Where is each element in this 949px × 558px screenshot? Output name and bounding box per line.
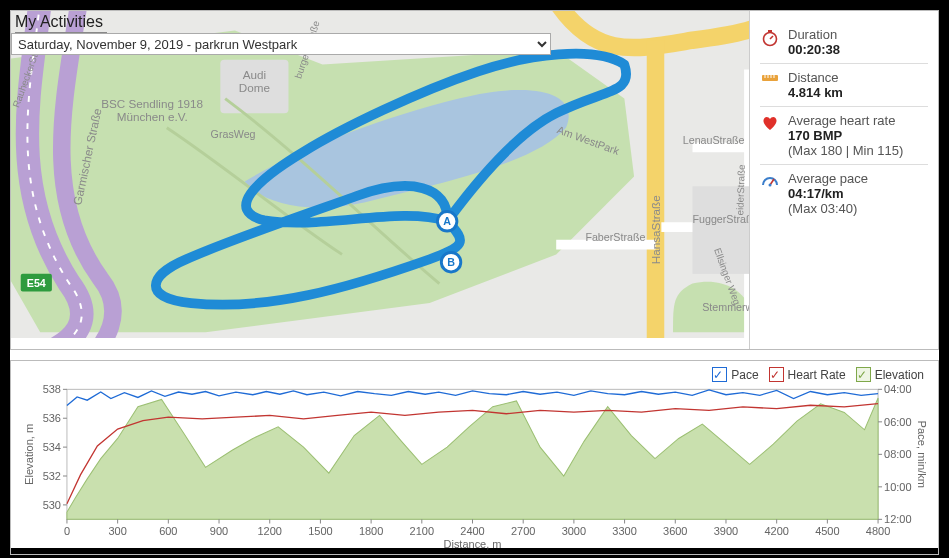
svg-text:538: 538 bbox=[43, 383, 61, 395]
highway-badge: E54 bbox=[27, 277, 46, 289]
label-grasweg: GrasWeg bbox=[211, 128, 256, 140]
svg-text:2100: 2100 bbox=[410, 524, 434, 536]
chart-legend: ✓Pace ✓Heart Rate ✓Elevation bbox=[708, 365, 928, 384]
stat-sub: (Max 03:40) bbox=[788, 201, 928, 216]
svg-text:3900: 3900 bbox=[714, 524, 738, 536]
svg-point-17 bbox=[769, 184, 772, 187]
svg-text:06:00: 06:00 bbox=[884, 416, 911, 428]
heart-icon bbox=[760, 113, 780, 158]
activity-chart[interactable]: 53053253453653804:0006:0008:0010:0012:00… bbox=[19, 367, 930, 550]
svg-text:Distance, m: Distance, m bbox=[444, 538, 502, 550]
marker-b: B bbox=[441, 252, 460, 271]
svg-text:3300: 3300 bbox=[612, 524, 636, 536]
label-lenau: LenauStraße bbox=[683, 134, 745, 146]
legend-label: Elevation bbox=[875, 368, 924, 382]
svg-text:1800: 1800 bbox=[359, 524, 383, 536]
svg-text:3000: 3000 bbox=[562, 524, 586, 536]
svg-text:4200: 4200 bbox=[764, 524, 788, 536]
stat-label: Distance bbox=[788, 70, 928, 85]
stat-pace: Average pace04:17/km(Max 03:40) bbox=[760, 165, 928, 222]
svg-text:532: 532 bbox=[43, 470, 61, 482]
svg-text:Elevation, m: Elevation, m bbox=[23, 424, 35, 485]
svg-text:3600: 3600 bbox=[663, 524, 687, 536]
svg-rect-9 bbox=[768, 30, 772, 32]
svg-text:534: 534 bbox=[43, 441, 61, 453]
route-map[interactable]: E54 A bbox=[11, 11, 749, 338]
stat-value: 00:20:38 bbox=[788, 42, 928, 57]
page-title-text: My Activities bbox=[15, 13, 103, 30]
svg-text:2700: 2700 bbox=[511, 524, 535, 536]
stat-label: Duration bbox=[788, 27, 928, 42]
marker-a: A bbox=[437, 212, 456, 231]
svg-text:530: 530 bbox=[43, 499, 61, 511]
activity-select-wrap: Saturday, November 9, 2019 - parkrun Wes… bbox=[11, 33, 551, 55]
svg-text:04:00: 04:00 bbox=[884, 383, 911, 395]
svg-line-10 bbox=[770, 36, 773, 39]
label-faber: FaberStraße bbox=[585, 231, 645, 243]
legend-elevation[interactable]: ✓Elevation bbox=[856, 367, 924, 382]
legend-heartrate[interactable]: ✓Heart Rate bbox=[769, 367, 846, 382]
stat-distance: Distance4.814 km bbox=[760, 64, 928, 107]
stat-sub: (Max 180 | Min 115) bbox=[788, 143, 928, 158]
stat-value: 170 BMP bbox=[788, 128, 928, 143]
svg-text:1200: 1200 bbox=[258, 524, 282, 536]
svg-text:B: B bbox=[447, 256, 455, 268]
stat-value: 04:17/km bbox=[788, 186, 928, 201]
stat-heartrate: Average heart rate170 BMP(Max 180 | Min … bbox=[760, 107, 928, 165]
ruler-icon bbox=[760, 70, 780, 100]
map-panel[interactable]: My Activities Saturday, November 9, 2019… bbox=[11, 11, 749, 349]
svg-text:1500: 1500 bbox=[308, 524, 332, 536]
svg-text:600: 600 bbox=[159, 524, 177, 536]
stat-label: Average pace bbox=[788, 171, 928, 186]
legend-pace[interactable]: ✓Pace bbox=[712, 367, 758, 382]
svg-text:10:00: 10:00 bbox=[884, 481, 911, 493]
svg-text:4800: 4800 bbox=[866, 524, 890, 536]
stat-value: 4.814 km bbox=[788, 85, 928, 100]
svg-text:Pace, min/km: Pace, min/km bbox=[916, 421, 928, 489]
svg-text:4500: 4500 bbox=[815, 524, 839, 536]
stats-panel: Duration00:20:38 Distance4.814 km Averag… bbox=[749, 11, 938, 349]
stat-duration: Duration00:20:38 bbox=[760, 21, 928, 64]
chart-panel: ✓Pace ✓Heart Rate ✓Elevation 53053253453… bbox=[10, 360, 939, 555]
activity-select[interactable]: Saturday, November 9, 2019 - parkrun Wes… bbox=[11, 33, 551, 55]
gauge-icon bbox=[760, 171, 780, 216]
stat-label: Average heart rate bbox=[788, 113, 928, 128]
svg-text:300: 300 bbox=[108, 524, 126, 536]
svg-text:08:00: 08:00 bbox=[884, 448, 911, 460]
label-audi: AudiDome bbox=[239, 68, 270, 94]
svg-text:900: 900 bbox=[210, 524, 228, 536]
svg-rect-11 bbox=[762, 75, 778, 81]
legend-label: Heart Rate bbox=[788, 368, 846, 382]
legend-label: Pace bbox=[731, 368, 758, 382]
svg-text:536: 536 bbox=[43, 412, 61, 424]
label-hansa: HansaStraße bbox=[649, 195, 662, 264]
svg-text:2400: 2400 bbox=[460, 524, 484, 536]
svg-text:A: A bbox=[443, 215, 451, 227]
page-title: My Activities bbox=[11, 11, 107, 33]
svg-text:0: 0 bbox=[64, 524, 70, 536]
label-eiderstr: eiderStraße bbox=[734, 164, 747, 215]
stopwatch-icon bbox=[760, 27, 780, 57]
